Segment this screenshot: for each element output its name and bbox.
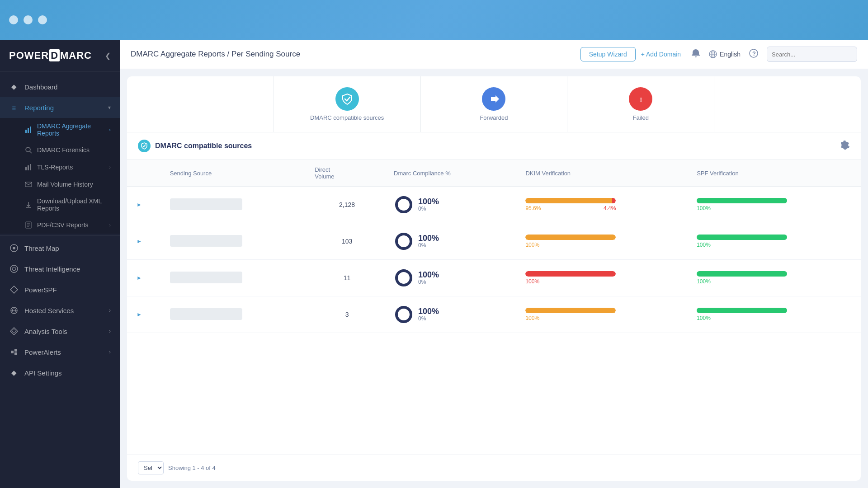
sub-nav-label: PDF/CSV Reports xyxy=(37,221,89,229)
expand-cell: ► xyxy=(127,296,163,333)
source-name-placeholder xyxy=(170,308,242,320)
sidebar-item-powerspf[interactable]: PowerSPF xyxy=(0,279,120,300)
chevron-down-icon: ▾ xyxy=(108,104,111,111)
table-row: ► 103 100% 0% 100% xyxy=(127,223,861,260)
svg-marker-22 xyxy=(12,329,16,333)
sidebar-item-download-xml[interactable]: Download/Upload XML Reports xyxy=(0,193,120,216)
main-layout: POWERDMARC ❮ ◆ Dashboard ≡ Reporting ▾ xyxy=(0,40,868,488)
svg-rect-0 xyxy=(25,130,27,133)
language-selector[interactable]: English xyxy=(709,50,741,58)
api-icon: ◆ xyxy=(9,368,19,378)
sidebar-item-pdf-csv[interactable]: PDF/CSV Reports › xyxy=(0,216,120,234)
sidebar-item-hosted-services[interactable]: Hosted Services › xyxy=(0,300,120,321)
col-header-dkim: DKIM Verification xyxy=(518,160,689,187)
dkim-cell: 100% xyxy=(518,260,689,296)
sidebar-item-label: PowerSPF xyxy=(24,286,57,294)
col-header-volume: DirectVolume xyxy=(307,160,387,187)
sub-nav-label: Download/Upload XML Reports xyxy=(37,197,111,212)
svg-point-15 xyxy=(13,247,15,249)
sidebar-item-threat-intelligence[interactable]: Threat Intelligence xyxy=(0,258,120,279)
stats-row: DMARC compatible sources Forwarded ! xyxy=(127,76,861,132)
sidebar-logo: POWERDMARC ❮ xyxy=(0,40,120,72)
sidebar-item-dmarc-aggregate[interactable]: DMARC Aggregate Reports › xyxy=(0,118,120,141)
chevron-right-icon: › xyxy=(109,164,111,170)
source-name-cell xyxy=(163,223,308,260)
dmarc-cell: 100% 0% xyxy=(387,187,518,223)
expand-button[interactable]: ► xyxy=(134,200,144,210)
bell-icon[interactable] xyxy=(691,48,701,60)
expand-button[interactable]: ► xyxy=(134,273,144,283)
sub-nav-label: DMARC Aggregate Reports xyxy=(37,122,104,137)
svg-point-34 xyxy=(396,197,411,212)
source-name-cell xyxy=(163,296,308,333)
content-area: DMARC Aggregate Reports / Per Sending So… xyxy=(120,40,868,488)
alerts-icon xyxy=(9,347,19,357)
forensics-icon xyxy=(24,146,33,154)
expand-cell: ► xyxy=(127,223,163,260)
window-dot-3 xyxy=(38,15,47,24)
stat-label: Forwarded xyxy=(480,114,508,121)
spf-cell: 100% xyxy=(689,187,861,223)
col-header-spf: SPF Verification xyxy=(689,160,861,187)
sidebar-item-api-settings[interactable]: ◆ API Settings xyxy=(0,362,120,383)
pagination-row: Sel 10 25 50 Showing 1 - 4 of 4 xyxy=(127,455,861,481)
svg-point-16 xyxy=(10,265,18,272)
settings-icon[interactable] xyxy=(841,141,850,152)
dmarc-cell: 100% 0% xyxy=(387,296,518,333)
card-title-text: DMARC compatible sources xyxy=(155,142,252,150)
search-input[interactable] xyxy=(767,47,857,62)
svg-rect-25 xyxy=(14,352,17,355)
setup-wizard-button[interactable]: Setup Wizard xyxy=(580,47,636,61)
stat-label: DMARC compatible sources xyxy=(310,114,384,121)
table-container: Sending Source DirectVolume Dmarc Compli… xyxy=(127,160,861,455)
expand-button[interactable]: ► xyxy=(134,310,144,319)
dmarc-cell: 100% 0% xyxy=(387,223,518,260)
rows-per-page-select[interactable]: Sel 10 25 50 xyxy=(138,461,164,474)
sidebar-item-tls-reports[interactable]: TLS-Reports › xyxy=(0,159,120,176)
chevron-right-icon: › xyxy=(109,307,111,314)
svg-rect-5 xyxy=(25,167,27,170)
card-title: DMARC compatible sources xyxy=(138,140,252,152)
svg-rect-23 xyxy=(11,351,14,353)
col-header-dmarc: Dmarc Compliance % xyxy=(387,160,518,187)
top-bar-actions: English ? xyxy=(691,47,857,62)
expand-button[interactable]: ► xyxy=(134,236,144,246)
sidebar-item-dmarc-forensics[interactable]: DMARC Forensics xyxy=(0,141,120,159)
bar-chart-icon xyxy=(24,126,33,134)
chevron-right-icon: › xyxy=(109,127,111,132)
hosted-icon xyxy=(9,305,19,315)
logo-text: POWERDMARC xyxy=(9,50,92,61)
svg-point-36 xyxy=(396,234,411,249)
tls-icon xyxy=(24,163,33,171)
add-domain-button[interactable]: + Add Domain xyxy=(641,51,681,58)
help-icon[interactable]: ? xyxy=(749,48,759,60)
language-label: English xyxy=(720,51,741,58)
sub-nav-label: DMARC Forensics xyxy=(37,146,90,154)
chevron-right-icon: › xyxy=(109,349,111,355)
svg-point-17 xyxy=(12,267,16,271)
source-name-cell xyxy=(163,187,308,223)
sidebar-item-analysis-tools[interactable]: Analysis Tools › xyxy=(0,321,120,342)
reporting-icon: ≡ xyxy=(9,103,19,113)
sidebar-item-mail-volume[interactable]: Mail Volume History xyxy=(0,176,120,193)
sidebar-collapse-button[interactable]: ❮ xyxy=(105,52,111,60)
window-dot-1 xyxy=(9,15,18,24)
title-bar xyxy=(0,0,868,40)
sidebar-item-poweralerts[interactable]: PowerAlerts › xyxy=(0,342,120,362)
chevron-right-icon: › xyxy=(109,328,111,334)
reporting-sub-nav: DMARC Aggregate Reports › DMARC Forensic… xyxy=(0,118,120,234)
sidebar-item-label: Threat Intelligence xyxy=(24,265,80,273)
expand-cell: ► xyxy=(127,187,163,223)
stat-label: Failed xyxy=(633,114,649,121)
card-header: DMARC compatible sources xyxy=(127,132,861,160)
svg-rect-6 xyxy=(28,165,29,170)
sidebar-item-threat-map[interactable]: Threat Map xyxy=(0,238,120,258)
sidebar-item-label: Reporting xyxy=(24,104,54,112)
sub-nav-label: TLS-Reports xyxy=(37,164,73,171)
sidebar-item-dashboard[interactable]: ◆ Dashboard xyxy=(0,76,120,97)
spf-cell: 100% xyxy=(689,296,861,333)
col-header-sending-source: Sending Source xyxy=(163,160,308,187)
volume-cell: 11 xyxy=(307,260,387,296)
window-dot-2 xyxy=(24,15,33,24)
sidebar-item-reporting[interactable]: ≡ Reporting ▾ xyxy=(0,97,120,118)
